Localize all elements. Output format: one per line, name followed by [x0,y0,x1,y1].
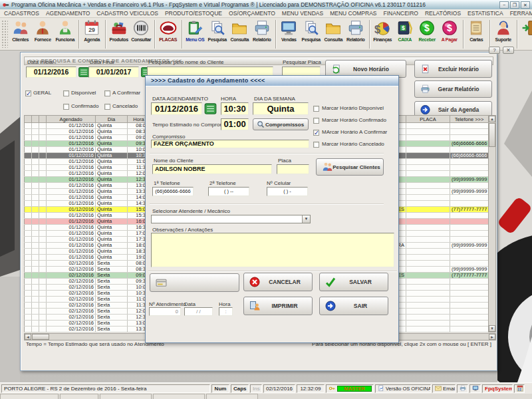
menu-item-0[interactable]: CADASTROS [4,10,39,17]
agenda-help-button[interactable]: ? [489,47,500,54]
table-cell [406,303,450,309]
cancel-x-icon [249,277,260,287]
toolbar-button-agenda[interactable]: 29Agenda [81,19,104,42]
hora2-label: Hora [219,301,230,307]
background-photo-wheel [497,51,532,382]
data-final-input[interactable]: 01/01/2017 [88,66,139,78]
filter-checkbox-a-confirmar[interactable] [104,90,110,96]
table-cell [450,309,489,315]
toolbar-button-placas[interactable]: PLACAS [157,19,180,42]
gerar-servico-button[interactable] [150,273,239,292]
dialog-calendar-icon[interactable] [204,102,217,115]
salvar-button[interactable]: SALVAR [319,273,388,291]
hora-input[interactable]: 10:30 [221,102,249,115]
marcar-checkbox-0[interactable] [313,106,319,112]
status-printer[interactable] [457,384,468,393]
toolbar-button-pesquisa[interactable]: Pesquisa [206,19,229,42]
menu-item-3[interactable]: PRODUTO/ESTOQUE [165,10,222,17]
menu-item-1[interactable]: AGENDAMENTO [46,10,90,17]
placa-input[interactable] [277,164,309,174]
toolbar-button-pesquisa[interactable]: Pesquisa [300,19,323,42]
atendente-select[interactable]: ▼ [151,215,311,223]
minimize-button[interactable]: − [499,1,509,9]
observacoes-textarea[interactable] [151,233,394,267]
status-email[interactable]: Email [432,384,456,393]
table-cell [32,243,39,249]
menu-item-6[interactable]: MENU COMPRAS [330,10,376,17]
toolbar-button-relat-rio[interactable]: Relatório [344,19,367,42]
vertical-scroll-thumb[interactable] [489,123,495,147]
toolbar-button-a-pagar[interactable]: $A Pagar [438,19,461,42]
data-inicial-input[interactable]: 01/12/2016 [26,66,76,78]
menu-item-2[interactable]: CADASTRO VEICULOS [96,10,158,17]
marcar-checkbox-2[interactable] [313,130,319,136]
atendimento-input[interactable]: 0 [149,307,181,316]
filter-checkbox-cancelado[interactable] [104,104,110,110]
menu-item-9[interactable]: ESTATISTICA [467,10,503,17]
menu-item-4[interactable]: OS/ORÇAMENTO [229,10,275,17]
toolbar-button-cartas[interactable]: Cartas [466,19,488,42]
toolbar-button-caixa[interactable]: $CAIXA [394,19,416,42]
toolbar-button-funciona[interactable]: Funciona [54,19,76,42]
tel2-input[interactable]: ( ) -- [208,187,249,196]
marcar-checkbox-3[interactable] [313,142,319,148]
tel1-input[interactable]: (66)66666-6666 [152,187,194,196]
toolbar-button-finan-as[interactable]: $Finanças [372,19,394,42]
nome-cliente-input[interactable]: ADILSON NOBRE [152,164,272,174]
toolbar-button-relat-rio[interactable]: Relatório [251,19,273,42]
horizontal-scroll-thumb[interactable] [32,334,49,340]
cancelar-button[interactable]: CANCELAR [243,273,313,291]
sair-button[interactable]: SAIR [319,297,388,315]
scroll-down-icon[interactable]: ▼ [489,325,495,332]
menu-item-7[interactable]: FINANCEIRO [384,10,418,17]
toolbar-button-clientes[interactable]: Clientes [9,19,32,42]
toolbar-button-consulta[interactable]: Consulta [229,19,251,42]
toolbar-button-receber[interactable]: $Receber [416,19,439,42]
hora2-input[interactable]: : [219,307,233,316]
table-header-0 [25,116,32,123]
toolbar-button-menu-os[interactable]: Menu OS [184,19,207,42]
table-vertical-scrollbar[interactable]: ▲ ▼ [488,115,496,332]
close-button[interactable]: ✕ [521,1,530,9]
toolbar-button-exitdoor[interactable] [519,19,532,37]
filter-checkbox-geral[interactable] [25,90,31,96]
data2-input[interactable]: / / [184,307,213,316]
compromissos-button[interactable]: Compromissos [253,118,309,130]
toolbar-button-vendas[interactable]: Vendas [278,19,301,42]
marcar-checkbox-1[interactable] [313,118,319,124]
toolbar-button-label: Consultar [130,37,153,42]
application-window: Programa Oficina Mecânica + Vendas e Fin… [0,0,532,399]
toolbar-button-consultar[interactable]: Consultar [130,19,153,42]
toolbar-button-suporte[interactable]: Suporte [492,19,515,42]
scroll-up-icon[interactable]: ▲ [489,116,495,122]
table-cell [39,147,47,153]
gerar-relatorio-button[interactable]: Gerar Relatório [414,80,492,98]
excluir-horario-button[interactable]: Excluir Horário [414,60,492,78]
agenda-close-button[interactable]: ✕ [503,47,514,54]
celular-input[interactable]: ( ) - [267,187,308,196]
status-monitor[interactable] [469,384,481,393]
chevron-down-icon[interactable]: ▼ [302,215,310,223]
scroll-left-icon[interactable]: ◄ [25,334,31,340]
toolbar-button-produtos[interactable]: Produtos [108,19,130,42]
table-cell [39,171,47,177]
scroll-right-icon[interactable]: ► [489,334,495,340]
data-agendamento-input[interactable]: 01/12/2016 [151,102,202,115]
filter-checkbox-confirmado[interactable] [63,104,69,110]
imprimir-button[interactable]: IMPRIMIR [243,297,313,315]
menu-item-8[interactable]: RELATÓRIOS [425,10,461,17]
toolbar-button-fornece[interactable]: Fornece [32,19,55,42]
compromisso-input[interactable]: FAZER ORÇAMENTO [151,140,309,148]
bottom-tab [100,394,152,399]
maximize-button[interactable]: ❐ [510,1,519,9]
filter-checkbox-dispon-vel[interactable] [63,90,69,96]
table-cell: Sexta [96,303,128,309]
tempo-estimado-input[interactable]: 01:00 [221,118,249,130]
pesquisar-clientes-button[interactable]: Pesquisar Clientes [316,158,384,176]
table-cell [32,309,39,315]
menu-item-10[interactable]: FERRAMENTAS [510,10,532,17]
toolbar-button-consulta[interactable]: Consulta [323,19,345,42]
cadastro-agendamento-dialog: >>>> Cadastro do Agendamento <<<< DATA A… [145,75,399,343]
table-cell [25,171,32,177]
menu-item-5[interactable]: MENU VENDAS [282,10,323,17]
